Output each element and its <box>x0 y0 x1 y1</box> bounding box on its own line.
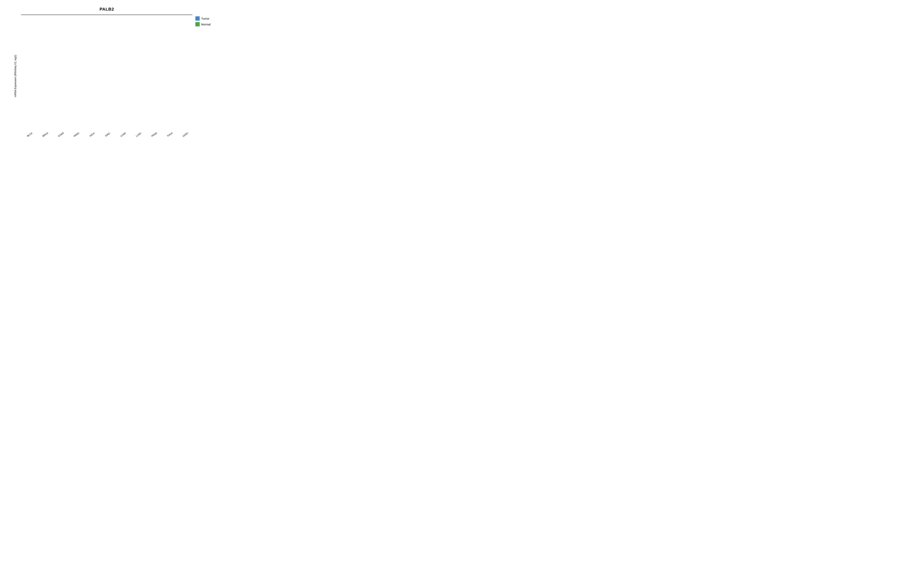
x-label-kirc: KIRC <box>100 129 115 140</box>
x-label-hnsc: HNSC <box>69 129 84 140</box>
chart-area: PALB2 mRNA Expression (RNASeq V2, log2) … <box>10 5 192 139</box>
chart-body: mRNA Expression (RNASeq V2, log2) 678910… <box>10 13 192 139</box>
x-label-blca: BLCA <box>23 129 37 140</box>
chart-container: PALB2 mRNA Expression (RNASeq V2, log2) … <box>10 5 221 139</box>
x-axis-labels: BLCABRCACOADHNSCKICHKIRCLUADLUSCPRADTHCA… <box>21 134 192 136</box>
legend-area: Tumor Normal <box>192 5 221 139</box>
plot-area: 6789101112 <box>21 15 192 15</box>
x-label-lusc: LUSC <box>132 129 146 140</box>
x-label-luad: LUAD <box>116 129 130 140</box>
legend-item-tumor: Tumor <box>195 16 220 21</box>
tumor-legend-box <box>195 16 200 21</box>
tumor-legend-label: Tumor <box>201 17 210 20</box>
legend-item-normal: Normal <box>195 22 220 26</box>
y-axis-label: mRNA Expression (RNASeq V2, log2) <box>10 13 21 139</box>
x-label-ucec: UCEC <box>178 129 192 140</box>
normal-legend-box <box>195 22 200 26</box>
x-label-prad: PRAD <box>147 129 162 140</box>
x-label-brca: BRCA <box>38 129 52 140</box>
normal-legend-label: Normal <box>201 23 210 26</box>
x-label-kich: KICH <box>85 129 99 140</box>
chart-title: PALB2 <box>10 5 192 13</box>
x-label-thca: THCA <box>163 129 177 140</box>
x-label-coad: COAD <box>54 129 68 140</box>
